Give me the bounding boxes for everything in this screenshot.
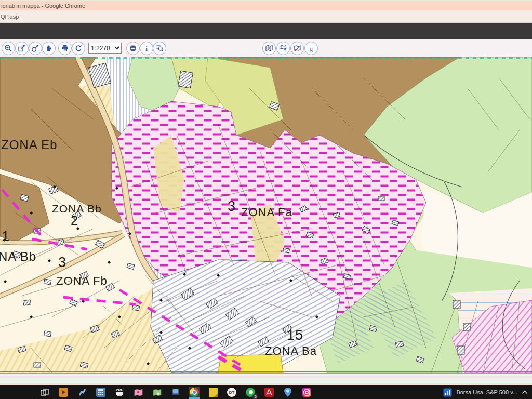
map-measure-icon	[293, 44, 301, 52]
info-icon: i	[142, 44, 151, 52]
news-widget[interactable]: Borsa Usa. S&P 500 v...	[443, 385, 528, 399]
calculator-icon[interactable]	[95, 387, 107, 398]
refresh-button[interactable]	[72, 42, 85, 55]
map-overview-icon	[265, 44, 273, 52]
browser-url-bar[interactable]: QP.asp	[0, 10, 532, 23]
instagram-icon[interactable]	[301, 387, 312, 398]
info-button[interactable]: i	[140, 42, 153, 55]
google-button[interactable]: g	[304, 42, 318, 55]
map-measure-button[interactable]	[290, 42, 304, 55]
svg-text:i: i	[145, 45, 148, 52]
map-overview-button[interactable]	[262, 42, 276, 55]
acrobat-icon[interactable]	[263, 387, 275, 398]
map-viewport[interactable]: ZONA EbZONA Bb21NA Bb3ZONA Fb3ZONA Fa15Z…	[0, 57, 532, 373]
printer-icon	[61, 44, 69, 52]
prc-app-icon[interactable]: PRC	[114, 387, 125, 398]
svg-text:PRC: PRC	[116, 388, 123, 392]
stop-tool-icon	[129, 44, 137, 52]
scale-select[interactable]: 1:2270	[88, 43, 122, 54]
task-view-icon[interactable]	[39, 387, 50, 398]
extent-icon	[18, 44, 26, 52]
google-icon: g	[307, 44, 315, 52]
full-extent-button[interactable]	[15, 42, 29, 55]
svg-text:g: g	[310, 45, 313, 52]
news-headline: Borsa Usa. S&P 500 v...	[456, 389, 517, 395]
map-select-button[interactable]	[276, 42, 290, 55]
chrome-icon[interactable]	[189, 387, 200, 398]
map-toolbar: 1:2270 i	[0, 39, 532, 57]
sticky-notes-icon[interactable]	[207, 387, 219, 398]
stocks-icon	[443, 388, 452, 397]
zoning-map	[0, 57, 532, 373]
dt-app-icon[interactable]: DT	[226, 387, 237, 398]
media-player-icon[interactable]	[58, 387, 69, 398]
zoom-out-button[interactable]	[2, 42, 15, 55]
refresh-icon	[74, 44, 83, 52]
print-button[interactable]	[58, 42, 72, 55]
maps-pin-icon[interactable]	[282, 387, 294, 398]
zoom-select-icon	[31, 44, 39, 52]
map-app-green-icon[interactable]	[151, 387, 163, 398]
find-icon	[155, 44, 164, 52]
window-dark-band	[0, 23, 532, 39]
stop-tool-button[interactable]	[126, 42, 140, 55]
map-person-icon	[279, 44, 287, 52]
zoom-select-button[interactable]	[29, 42, 42, 55]
zoom-out-icon	[4, 44, 12, 52]
tray-chevron-icon[interactable]	[522, 390, 528, 394]
horizontal-scrollbar-strip[interactable]	[0, 373, 532, 383]
find-button[interactable]	[153, 42, 166, 55]
phone-app-icon[interactable]	[76, 387, 88, 398]
window-title: ionati in mappa - Google Chrome	[0, 3, 85, 9]
windows-taskbar: PRC DT 5	[0, 385, 532, 399]
browser-title-bar: ionati in mappa - Google Chrome	[0, 0, 532, 10]
map-app-pink-icon[interactable]	[132, 387, 144, 398]
pan-button[interactable]	[42, 42, 56, 55]
laptop-app-icon[interactable]	[170, 387, 181, 398]
url-text: QP.asp	[0, 14, 19, 20]
whatsapp-badge: 5	[252, 394, 258, 399]
pan-hand-icon	[45, 44, 53, 52]
whatsapp-icon[interactable]: 5	[245, 387, 256, 398]
